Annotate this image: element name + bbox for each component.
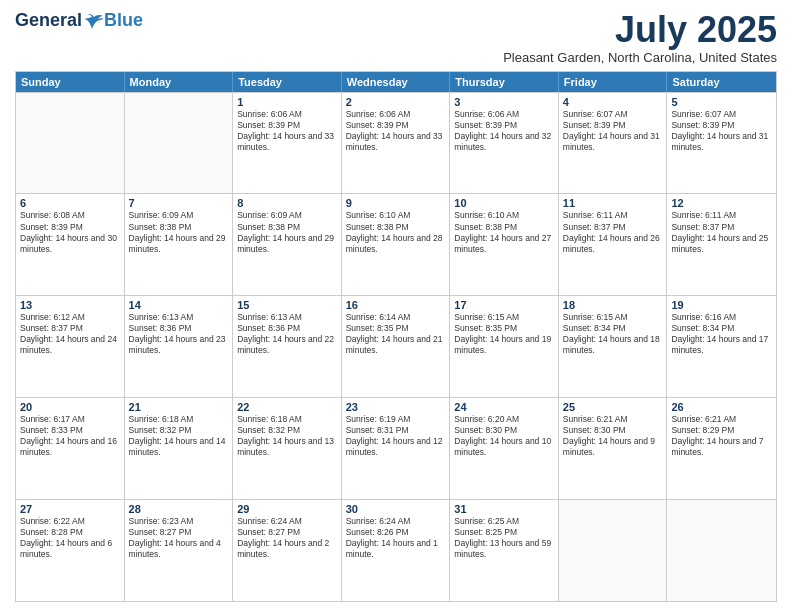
day-info: Sunrise: 6:15 AM Sunset: 8:35 PM Dayligh… xyxy=(454,312,554,356)
calendar-row: 27Sunrise: 6:22 AM Sunset: 8:28 PM Dayli… xyxy=(16,499,776,601)
page: General Blue July 2025 Pleasant Garden, … xyxy=(0,0,792,612)
calendar-cell xyxy=(16,93,125,194)
day-info: Sunrise: 6:24 AM Sunset: 8:27 PM Dayligh… xyxy=(237,516,337,560)
day-number: 1 xyxy=(237,96,337,108)
logo-blue-text: Blue xyxy=(104,10,143,31)
day-info: Sunrise: 6:14 AM Sunset: 8:35 PM Dayligh… xyxy=(346,312,446,356)
calendar-row: 13Sunrise: 6:12 AM Sunset: 8:37 PM Dayli… xyxy=(16,295,776,397)
day-number: 2 xyxy=(346,96,446,108)
day-info: Sunrise: 6:09 AM Sunset: 8:38 PM Dayligh… xyxy=(129,210,229,254)
calendar-cell: 21Sunrise: 6:18 AM Sunset: 8:32 PM Dayli… xyxy=(125,398,234,499)
day-info: Sunrise: 6:09 AM Sunset: 8:38 PM Dayligh… xyxy=(237,210,337,254)
calendar-cell: 30Sunrise: 6:24 AM Sunset: 8:26 PM Dayli… xyxy=(342,500,451,601)
day-info: Sunrise: 6:20 AM Sunset: 8:30 PM Dayligh… xyxy=(454,414,554,458)
calendar-cell: 27Sunrise: 6:22 AM Sunset: 8:28 PM Dayli… xyxy=(16,500,125,601)
calendar-header-day: Thursday xyxy=(450,72,559,92)
day-info: Sunrise: 6:07 AM Sunset: 8:39 PM Dayligh… xyxy=(671,109,772,153)
day-info: Sunrise: 6:23 AM Sunset: 8:27 PM Dayligh… xyxy=(129,516,229,560)
day-number: 9 xyxy=(346,197,446,209)
calendar-cell: 3Sunrise: 6:06 AM Sunset: 8:39 PM Daylig… xyxy=(450,93,559,194)
calendar-cell: 12Sunrise: 6:11 AM Sunset: 8:37 PM Dayli… xyxy=(667,194,776,295)
day-number: 31 xyxy=(454,503,554,515)
calendar-cell xyxy=(559,500,668,601)
calendar-cell: 18Sunrise: 6:15 AM Sunset: 8:34 PM Dayli… xyxy=(559,296,668,397)
day-info: Sunrise: 6:25 AM Sunset: 8:25 PM Dayligh… xyxy=(454,516,554,560)
day-info: Sunrise: 6:13 AM Sunset: 8:36 PM Dayligh… xyxy=(237,312,337,356)
calendar-cell: 10Sunrise: 6:10 AM Sunset: 8:38 PM Dayli… xyxy=(450,194,559,295)
day-info: Sunrise: 6:21 AM Sunset: 8:30 PM Dayligh… xyxy=(563,414,663,458)
calendar-location: Pleasant Garden, North Carolina, United … xyxy=(503,50,777,65)
day-info: Sunrise: 6:24 AM Sunset: 8:26 PM Dayligh… xyxy=(346,516,446,560)
day-number: 4 xyxy=(563,96,663,108)
calendar-cell: 8Sunrise: 6:09 AM Sunset: 8:38 PM Daylig… xyxy=(233,194,342,295)
day-info: Sunrise: 6:11 AM Sunset: 8:37 PM Dayligh… xyxy=(671,210,772,254)
calendar-cell: 23Sunrise: 6:19 AM Sunset: 8:31 PM Dayli… xyxy=(342,398,451,499)
day-number: 16 xyxy=(346,299,446,311)
calendar-cell: 26Sunrise: 6:21 AM Sunset: 8:29 PM Dayli… xyxy=(667,398,776,499)
calendar-cell: 16Sunrise: 6:14 AM Sunset: 8:35 PM Dayli… xyxy=(342,296,451,397)
calendar-cell: 2Sunrise: 6:06 AM Sunset: 8:39 PM Daylig… xyxy=(342,93,451,194)
calendar-row: 20Sunrise: 6:17 AM Sunset: 8:33 PM Dayli… xyxy=(16,397,776,499)
day-number: 6 xyxy=(20,197,120,209)
day-number: 10 xyxy=(454,197,554,209)
logo-bird-icon xyxy=(84,13,104,29)
day-number: 29 xyxy=(237,503,337,515)
calendar-header-day: Sunday xyxy=(16,72,125,92)
day-info: Sunrise: 6:10 AM Sunset: 8:38 PM Dayligh… xyxy=(454,210,554,254)
day-number: 3 xyxy=(454,96,554,108)
calendar-cell: 6Sunrise: 6:08 AM Sunset: 8:39 PM Daylig… xyxy=(16,194,125,295)
calendar-body: 1Sunrise: 6:06 AM Sunset: 8:39 PM Daylig… xyxy=(16,92,776,601)
day-info: Sunrise: 6:18 AM Sunset: 8:32 PM Dayligh… xyxy=(237,414,337,458)
calendar-row: 6Sunrise: 6:08 AM Sunset: 8:39 PM Daylig… xyxy=(16,193,776,295)
day-number: 18 xyxy=(563,299,663,311)
calendar-cell: 11Sunrise: 6:11 AM Sunset: 8:37 PM Dayli… xyxy=(559,194,668,295)
day-info: Sunrise: 6:10 AM Sunset: 8:38 PM Dayligh… xyxy=(346,210,446,254)
calendar-header-day: Tuesday xyxy=(233,72,342,92)
calendar-cell: 24Sunrise: 6:20 AM Sunset: 8:30 PM Dayli… xyxy=(450,398,559,499)
calendar-header-day: Wednesday xyxy=(342,72,451,92)
calendar-cell: 1Sunrise: 6:06 AM Sunset: 8:39 PM Daylig… xyxy=(233,93,342,194)
day-number: 14 xyxy=(129,299,229,311)
day-info: Sunrise: 6:08 AM Sunset: 8:39 PM Dayligh… xyxy=(20,210,120,254)
day-info: Sunrise: 6:06 AM Sunset: 8:39 PM Dayligh… xyxy=(454,109,554,153)
calendar-header-day: Monday xyxy=(125,72,234,92)
calendar-cell: 9Sunrise: 6:10 AM Sunset: 8:38 PM Daylig… xyxy=(342,194,451,295)
calendar-cell: 4Sunrise: 6:07 AM Sunset: 8:39 PM Daylig… xyxy=(559,93,668,194)
calendar-row: 1Sunrise: 6:06 AM Sunset: 8:39 PM Daylig… xyxy=(16,92,776,194)
day-number: 30 xyxy=(346,503,446,515)
header: General Blue July 2025 Pleasant Garden, … xyxy=(15,10,777,65)
day-number: 11 xyxy=(563,197,663,209)
day-info: Sunrise: 6:15 AM Sunset: 8:34 PM Dayligh… xyxy=(563,312,663,356)
logo: General Blue xyxy=(15,10,143,31)
day-number: 24 xyxy=(454,401,554,413)
day-number: 28 xyxy=(129,503,229,515)
day-number: 5 xyxy=(671,96,772,108)
day-info: Sunrise: 6:16 AM Sunset: 8:34 PM Dayligh… xyxy=(671,312,772,356)
calendar-cell: 22Sunrise: 6:18 AM Sunset: 8:32 PM Dayli… xyxy=(233,398,342,499)
day-number: 22 xyxy=(237,401,337,413)
calendar-cell: 19Sunrise: 6:16 AM Sunset: 8:34 PM Dayli… xyxy=(667,296,776,397)
day-number: 20 xyxy=(20,401,120,413)
day-number: 27 xyxy=(20,503,120,515)
calendar-cell: 25Sunrise: 6:21 AM Sunset: 8:30 PM Dayli… xyxy=(559,398,668,499)
calendar-header-day: Saturday xyxy=(667,72,776,92)
day-info: Sunrise: 6:19 AM Sunset: 8:31 PM Dayligh… xyxy=(346,414,446,458)
day-info: Sunrise: 6:11 AM Sunset: 8:37 PM Dayligh… xyxy=(563,210,663,254)
day-number: 17 xyxy=(454,299,554,311)
calendar-cell: 14Sunrise: 6:13 AM Sunset: 8:36 PM Dayli… xyxy=(125,296,234,397)
day-info: Sunrise: 6:17 AM Sunset: 8:33 PM Dayligh… xyxy=(20,414,120,458)
calendar: SundayMondayTuesdayWednesdayThursdayFrid… xyxy=(15,71,777,602)
day-number: 8 xyxy=(237,197,337,209)
calendar-cell: 31Sunrise: 6:25 AM Sunset: 8:25 PM Dayli… xyxy=(450,500,559,601)
calendar-cell: 7Sunrise: 6:09 AM Sunset: 8:38 PM Daylig… xyxy=(125,194,234,295)
calendar-header: SundayMondayTuesdayWednesdayThursdayFrid… xyxy=(16,72,776,92)
logo-general-text: General xyxy=(15,10,82,31)
calendar-cell: 29Sunrise: 6:24 AM Sunset: 8:27 PM Dayli… xyxy=(233,500,342,601)
day-number: 7 xyxy=(129,197,229,209)
day-info: Sunrise: 6:21 AM Sunset: 8:29 PM Dayligh… xyxy=(671,414,772,458)
calendar-cell: 13Sunrise: 6:12 AM Sunset: 8:37 PM Dayli… xyxy=(16,296,125,397)
day-info: Sunrise: 6:13 AM Sunset: 8:36 PM Dayligh… xyxy=(129,312,229,356)
day-number: 23 xyxy=(346,401,446,413)
title-block: July 2025 Pleasant Garden, North Carolin… xyxy=(503,10,777,65)
day-number: 26 xyxy=(671,401,772,413)
